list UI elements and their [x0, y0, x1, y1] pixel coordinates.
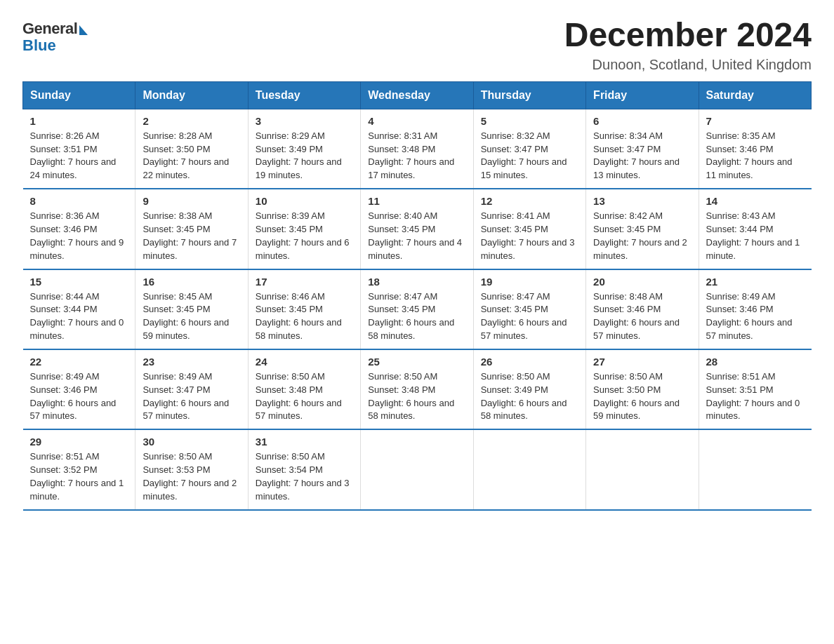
calendar-header-row: SundayMondayTuesdayWednesdayThursdayFrid… — [23, 81, 812, 109]
calendar-cell: 16Sunrise: 8:45 AMSunset: 3:45 PMDayligh… — [135, 269, 248, 349]
day-number: 13 — [593, 195, 691, 207]
calendar-week-row: 8Sunrise: 8:36 AMSunset: 3:46 PMDaylight… — [23, 189, 812, 269]
calendar-cell: 13Sunrise: 8:42 AMSunset: 3:45 PMDayligh… — [586, 189, 699, 269]
day-info: Sunrise: 8:48 AMSunset: 3:46 PMDaylight:… — [593, 290, 691, 343]
day-number: 29 — [30, 436, 128, 448]
day-info: Sunrise: 8:32 AMSunset: 3:47 PMDaylight:… — [481, 130, 578, 182]
day-number: 5 — [481, 115, 578, 127]
day-number: 24 — [256, 356, 353, 368]
calendar-cell: 27Sunrise: 8:50 AMSunset: 3:50 PMDayligh… — [586, 349, 699, 429]
calendar-cell: 15Sunrise: 8:44 AMSunset: 3:44 PMDayligh… — [23, 269, 135, 349]
day-info: Sunrise: 8:51 AMSunset: 3:52 PMDaylight:… — [30, 450, 128, 503]
day-number: 14 — [706, 195, 805, 207]
calendar-cell: 29Sunrise: 8:51 AMSunset: 3:52 PMDayligh… — [23, 429, 135, 509]
calendar-cell: 5Sunrise: 8:32 AMSunset: 3:47 PMDaylight… — [473, 109, 585, 189]
day-info: Sunrise: 8:39 AMSunset: 3:45 PMDaylight:… — [256, 210, 353, 262]
day-number: 9 — [143, 195, 240, 207]
day-number: 2 — [143, 115, 240, 127]
day-info: Sunrise: 8:29 AMSunset: 3:49 PMDaylight:… — [256, 130, 353, 182]
calendar-cell: 8Sunrise: 8:36 AMSunset: 3:46 PMDaylight… — [23, 189, 135, 269]
day-number: 15 — [30, 276, 128, 288]
column-header-thursday: Thursday — [473, 81, 585, 109]
calendar-cell: 20Sunrise: 8:48 AMSunset: 3:46 PMDayligh… — [586, 269, 699, 349]
day-info: Sunrise: 8:38 AMSunset: 3:45 PMDaylight:… — [143, 210, 240, 262]
day-info: Sunrise: 8:45 AMSunset: 3:45 PMDaylight:… — [143, 290, 240, 343]
day-number: 12 — [481, 195, 578, 207]
logo: General Blue — [22, 20, 88, 55]
day-info: Sunrise: 8:46 AMSunset: 3:45 PMDaylight:… — [256, 290, 353, 343]
day-number: 11 — [368, 195, 465, 207]
calendar-cell: 30Sunrise: 8:50 AMSunset: 3:53 PMDayligh… — [135, 429, 248, 509]
day-info: Sunrise: 8:49 AMSunset: 3:46 PMDaylight:… — [30, 370, 128, 423]
calendar-cell: 7Sunrise: 8:35 AMSunset: 3:46 PMDaylight… — [699, 109, 811, 189]
calendar-cell: 12Sunrise: 8:41 AMSunset: 3:45 PMDayligh… — [473, 189, 585, 269]
day-number: 23 — [143, 356, 240, 368]
column-header-tuesday: Tuesday — [248, 81, 360, 109]
day-number: 27 — [593, 356, 691, 368]
day-number: 7 — [706, 115, 805, 127]
day-number: 22 — [30, 356, 128, 368]
calendar-cell — [586, 429, 699, 509]
calendar-cell: 25Sunrise: 8:50 AMSunset: 3:48 PMDayligh… — [361, 349, 473, 429]
calendar-cell: 18Sunrise: 8:47 AMSunset: 3:45 PMDayligh… — [361, 269, 473, 349]
logo-blue-text: Blue — [22, 36, 88, 55]
day-number: 16 — [143, 276, 240, 288]
day-info: Sunrise: 8:44 AMSunset: 3:44 PMDaylight:… — [30, 290, 128, 343]
calendar-cell: 24Sunrise: 8:50 AMSunset: 3:48 PMDayligh… — [248, 349, 360, 429]
calendar-week-row: 22Sunrise: 8:49 AMSunset: 3:46 PMDayligh… — [23, 349, 812, 429]
logo-arrow-icon — [79, 25, 88, 35]
column-header-monday: Monday — [135, 81, 248, 109]
day-info: Sunrise: 8:50 AMSunset: 3:48 PMDaylight:… — [256, 370, 353, 423]
calendar-cell — [361, 429, 473, 509]
calendar-cell: 4Sunrise: 8:31 AMSunset: 3:48 PMDaylight… — [361, 109, 473, 189]
day-info: Sunrise: 8:43 AMSunset: 3:44 PMDaylight:… — [706, 210, 805, 262]
day-info: Sunrise: 8:41 AMSunset: 3:45 PMDaylight:… — [481, 210, 578, 262]
day-info: Sunrise: 8:50 AMSunset: 3:54 PMDaylight:… — [256, 450, 353, 503]
day-number: 17 — [256, 276, 353, 288]
calendar-cell: 11Sunrise: 8:40 AMSunset: 3:45 PMDayligh… — [361, 189, 473, 269]
day-number: 21 — [706, 276, 805, 288]
day-number: 4 — [368, 115, 465, 127]
day-number: 20 — [593, 276, 691, 288]
day-number: 28 — [706, 356, 805, 368]
calendar-cell: 14Sunrise: 8:43 AMSunset: 3:44 PMDayligh… — [699, 189, 811, 269]
day-info: Sunrise: 8:26 AMSunset: 3:51 PMDaylight:… — [30, 130, 128, 182]
calendar-cell — [699, 429, 811, 509]
calendar-cell — [473, 429, 585, 509]
calendar-cell: 2Sunrise: 8:28 AMSunset: 3:50 PMDaylight… — [135, 109, 248, 189]
day-number: 3 — [256, 115, 353, 127]
day-info: Sunrise: 8:50 AMSunset: 3:50 PMDaylight:… — [593, 370, 691, 423]
calendar-table: SundayMondayTuesdayWednesdayThursdayFrid… — [22, 81, 812, 511]
calendar-cell: 28Sunrise: 8:51 AMSunset: 3:51 PMDayligh… — [699, 349, 811, 429]
day-info: Sunrise: 8:49 AMSunset: 3:46 PMDaylight:… — [706, 290, 805, 343]
calendar-cell: 6Sunrise: 8:34 AMSunset: 3:47 PMDaylight… — [586, 109, 699, 189]
day-info: Sunrise: 8:47 AMSunset: 3:45 PMDaylight:… — [481, 290, 578, 343]
page-header: General Blue December 2024 Dunoon, Scotl… — [22, 17, 812, 73]
day-info: Sunrise: 8:35 AMSunset: 3:46 PMDaylight:… — [706, 130, 805, 182]
column-header-friday: Friday — [586, 81, 699, 109]
calendar-cell: 1Sunrise: 8:26 AMSunset: 3:51 PMDaylight… — [23, 109, 135, 189]
column-header-saturday: Saturday — [699, 81, 811, 109]
day-info: Sunrise: 8:42 AMSunset: 3:45 PMDaylight:… — [593, 210, 691, 262]
column-header-sunday: Sunday — [23, 81, 135, 109]
day-number: 19 — [481, 276, 578, 288]
day-info: Sunrise: 8:49 AMSunset: 3:47 PMDaylight:… — [143, 370, 240, 423]
day-number: 10 — [256, 195, 353, 207]
month-title: December 2024 — [564, 17, 812, 54]
day-info: Sunrise: 8:28 AMSunset: 3:50 PMDaylight:… — [143, 130, 240, 182]
calendar-cell: 21Sunrise: 8:49 AMSunset: 3:46 PMDayligh… — [699, 269, 811, 349]
day-number: 1 — [30, 115, 128, 127]
day-number: 30 — [143, 436, 240, 448]
day-number: 6 — [593, 115, 691, 127]
day-number: 18 — [368, 276, 465, 288]
calendar-week-row: 29Sunrise: 8:51 AMSunset: 3:52 PMDayligh… — [23, 429, 812, 509]
calendar-cell: 3Sunrise: 8:29 AMSunset: 3:49 PMDaylight… — [248, 109, 360, 189]
day-info: Sunrise: 8:47 AMSunset: 3:45 PMDaylight:… — [368, 290, 465, 343]
day-number: 26 — [481, 356, 578, 368]
calendar-cell: 19Sunrise: 8:47 AMSunset: 3:45 PMDayligh… — [473, 269, 585, 349]
day-info: Sunrise: 8:50 AMSunset: 3:48 PMDaylight:… — [368, 370, 465, 423]
day-info: Sunrise: 8:40 AMSunset: 3:45 PMDaylight:… — [368, 210, 465, 262]
calendar-week-row: 1Sunrise: 8:26 AMSunset: 3:51 PMDaylight… — [23, 109, 812, 189]
column-header-wednesday: Wednesday — [361, 81, 473, 109]
calendar-cell: 10Sunrise: 8:39 AMSunset: 3:45 PMDayligh… — [248, 189, 360, 269]
